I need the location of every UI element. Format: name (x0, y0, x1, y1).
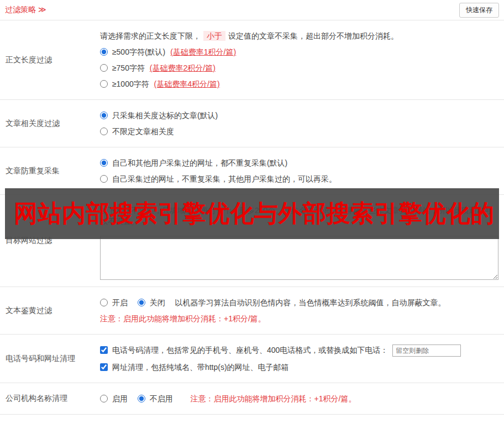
row-length-filter: 正文长度过滤 请选择需求的正文长度下限，小于设定值的文章不采集，超出部分不增加积… (0, 20, 504, 100)
company-clean-note: 注意：启用此功能将增加积分消耗：+1积分/篇。 (191, 394, 356, 403)
intro-post: 设定值的文章不采集，超出部分不增加积分消耗。 (228, 31, 398, 40)
option-text: ≥750字符 (112, 63, 145, 72)
relevance-option-any-radio[interactable] (100, 128, 108, 135)
relevance-option-strict-radio[interactable] (100, 112, 108, 119)
row-porn-filter: 文本鉴黄过滤 开启 关闭 以机器学习算法自动识别色情内容，当色情概率达到系统阈值… (0, 287, 504, 335)
option-rate-note: (基础费率4积分/篇) (154, 80, 220, 88)
dedup-filter-label: 文章防重复采集 (0, 147, 97, 194)
intro-pre: 请选择需求的正文长度下限， (100, 31, 201, 40)
option-text: 只采集相关度达标的文章(默认) (112, 111, 218, 120)
relevance-option-strict[interactable]: 只采集相关度达标的文章(默认) (100, 110, 498, 121)
option-rate-note: (基础费率1积分/篇) (170, 47, 236, 56)
option-text: 不启用 (150, 394, 173, 403)
intro-highlight: 小于 (203, 31, 225, 41)
phone-clean-checkbox[interactable] (100, 346, 108, 354)
option-text: 不限定文章相关度 (112, 127, 174, 136)
length-option-1000-radio[interactable] (100, 80, 108, 88)
option-text: 启用 (112, 394, 128, 403)
option-text: ≥500字符(默认) (112, 47, 165, 56)
length-option-500-radio[interactable] (100, 48, 108, 56)
relevance-filter-label: 文章相关度过滤 (0, 100, 97, 147)
length-option-1000[interactable]: ≥1000字符 (基础费率4积分/篇) (100, 78, 498, 89)
company-option-on[interactable]: 启用 (100, 394, 130, 403)
porn-filter-description: 以机器学习算法自动识别色情内容，当色情概率达到系统阈值，自动屏蔽文章。 (175, 298, 446, 307)
option-text: 自己采集过的网址，不重复采集，其他用户采集过的，可以再采。 (112, 174, 337, 183)
phone-url-clean-label: 电话号码和网址清理 (0, 335, 97, 383)
row-relevance-filter: 文章相关度过滤 只采集相关度达标的文章(默认) 不限定文章相关度 (0, 100, 504, 147)
porn-option-off[interactable]: 关闭 (138, 298, 167, 307)
url-clean-checkbox[interactable] (100, 363, 108, 371)
blocked-sites-textarea[interactable] (100, 236, 498, 280)
row-keyword-dedup: 关键词防重复采集 私有词库 中每个关键词最多允许采集 篇文章。 如果留空或设为0… (0, 415, 504, 424)
option-text: 网址清理，包括纯域名、带http(s)的网址、电子邮箱 (112, 363, 289, 372)
company-option-on-radio[interactable] (100, 395, 108, 402)
length-option-500[interactable]: ≥500字符(默认) (基础费率1积分/篇) (100, 46, 498, 57)
option-text: ≥1000字符 (112, 80, 149, 88)
option-text: 自己和其他用户采集过的网址，都不重复采集(默认) (112, 158, 287, 167)
url-clean-option[interactable]: 网址清理，包括纯域名、带http(s)的网址、电子邮箱 (100, 363, 289, 372)
dedup-option-self-radio[interactable] (100, 175, 108, 183)
company-option-off[interactable]: 不启用 (138, 394, 175, 403)
porn-option-on[interactable]: 开启 (100, 298, 130, 307)
option-text: 开启 (112, 298, 128, 307)
porn-filter-note: 注意：启用此功能将增加积分消耗：+1积分/篇。 (100, 313, 498, 324)
watermark-overlay: 网站内部搜索引擎优化与外部搜索引擎优化的 (5, 188, 499, 239)
length-filter-intro: 请选择需求的正文长度下限，小于设定值的文章不采集，超出部分不增加积分消耗。 (100, 30, 498, 41)
length-option-750-radio[interactable] (100, 64, 108, 72)
company-clean-label: 公司机构名称清理 (0, 383, 97, 414)
option-rate-note: (基础费率2积分/篇) (150, 63, 216, 72)
option-text: 关闭 (150, 298, 165, 307)
length-filter-label: 正文长度过滤 (0, 20, 97, 99)
porn-filter-label: 文本鉴黄过滤 (0, 287, 97, 334)
watermark-text: 网站内部搜索引擎优化与外部搜索引擎优化的 (5, 198, 495, 230)
phone-clean-option[interactable]: 电话号码清理，包括常见的手机号、座机号、400电话格式，或替换成如下电话： (100, 346, 390, 354)
quick-save-button[interactable]: 快速保存 (459, 3, 499, 18)
page-header: 过滤策略 ≫ 快速保存 (0, 0, 504, 20)
keyword-dedup-label: 关键词防重复采集 (0, 415, 97, 424)
relevance-option-any[interactable]: 不限定文章相关度 (100, 126, 498, 137)
length-option-750[interactable]: ≥750字符 (基础费率2积分/篇) (100, 62, 498, 73)
page-title[interactable]: 过滤策略 ≫ (5, 5, 46, 15)
row-phone-url-clean: 电话号码和网址清理 电话号码清理，包括常见的手机号、座机号、400电话格式，或替… (0, 335, 504, 383)
dedup-option-self[interactable]: 自己采集过的网址，不重复采集，其他用户采集过的，可以再采。 (100, 173, 498, 184)
dedup-option-global[interactable]: 自己和其他用户采集过的网址，都不重复采集(默认) (100, 157, 498, 168)
replacement-phone-input[interactable] (392, 344, 461, 357)
option-text: 电话号码清理，包括常见的手机号、座机号、400电话格式，或替换成如下电话： (112, 346, 388, 354)
company-option-off-radio[interactable] (138, 395, 145, 402)
row-company-clean: 公司机构名称清理 启用 不启用 注意：启用此功能将增加积分消耗：+1积分/篇。 (0, 383, 504, 415)
porn-option-on-radio[interactable] (100, 299, 108, 306)
dedup-option-global-radio[interactable] (100, 159, 108, 167)
porn-option-off-radio[interactable] (138, 299, 145, 306)
